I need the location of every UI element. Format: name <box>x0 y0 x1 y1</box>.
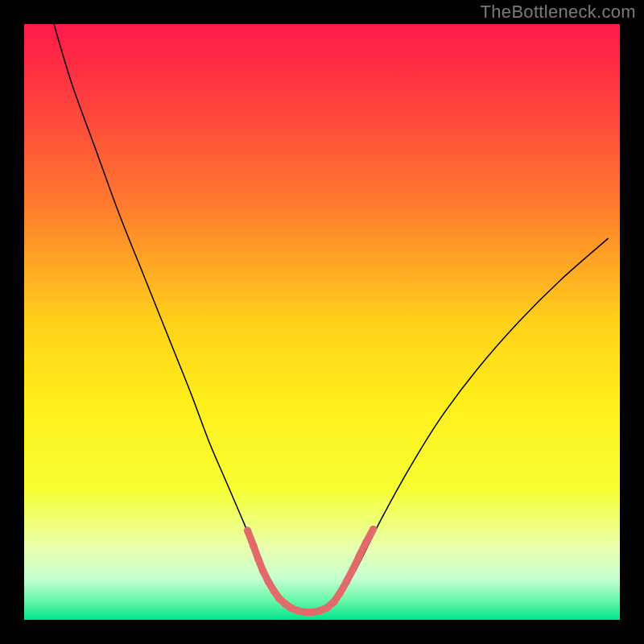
overlay-coral-left-dot5 <box>270 587 278 594</box>
overlay-coral-bottom-dot2 <box>302 609 309 616</box>
overlay-coral-left-dot3 <box>259 568 266 575</box>
overlay-coral-bottom-dot5 <box>323 605 330 612</box>
overlay-coral-right-dot5 <box>362 539 369 546</box>
outer-frame: TheBottleneck.com <box>0 0 644 644</box>
overlay-coral-bottom-dot1 <box>295 607 302 614</box>
watermark-text: TheBottleneck.com <box>481 2 636 23</box>
overlay-coral-right-dot2 <box>343 578 350 585</box>
chart-svg <box>24 24 620 620</box>
overlay-coral-bottom-dot4 <box>316 607 324 614</box>
overlay-coral-bottom-dot3 <box>309 609 316 616</box>
plot-area <box>24 24 620 620</box>
overlay-coral-left-dot7 <box>282 601 289 608</box>
overlay-coral-left-dot2 <box>254 555 262 563</box>
overlay-coral-right-dot1 <box>336 589 344 597</box>
overlay-coral-left-dot1 <box>250 543 257 550</box>
overlay-coral-right-dot4 <box>356 552 363 559</box>
gradient-background <box>24 24 620 620</box>
overlay-coral-bottom-dot0 <box>287 605 295 612</box>
overlay-coral-right-dot6 <box>369 526 377 533</box>
overlay-coral-right-dot0 <box>330 598 337 605</box>
overlay-coral-right-dot3 <box>349 566 357 573</box>
overlay-coral-left-dot4 <box>265 578 272 585</box>
overlay-coral-left-dot6 <box>275 595 283 602</box>
overlay-coral-left-dot0 <box>244 527 251 535</box>
